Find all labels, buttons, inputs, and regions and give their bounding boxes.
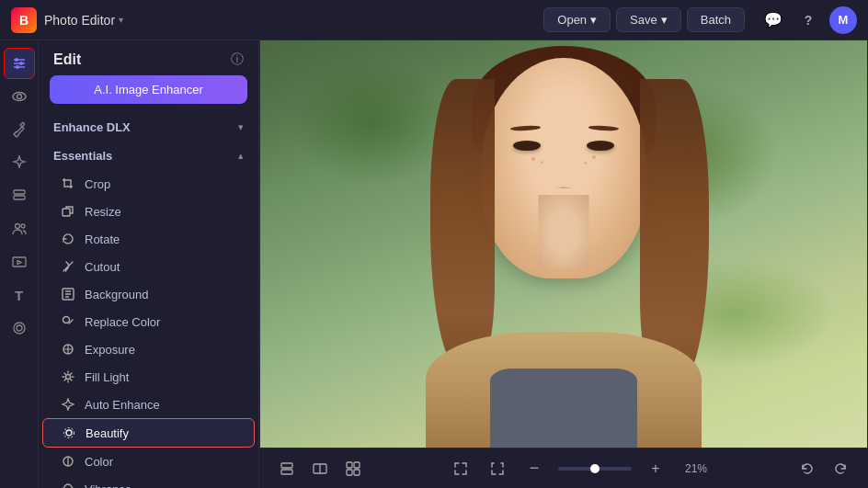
photo-background	[260, 40, 867, 448]
crop-icon	[61, 176, 75, 191]
menu-item-background[interactable]: Background	[42, 280, 255, 308]
text-icon: T	[15, 288, 23, 303]
bottom-right-tools	[794, 456, 853, 482]
menu-item-replace-color[interactable]: Replace Color	[42, 308, 255, 335]
enhance-dlx-label: Enhance DLX	[53, 120, 131, 134]
sidebar-item-magic[interactable]	[4, 147, 35, 178]
menu-item-color[interactable]: Color	[42, 448, 255, 475]
sidebar-item-layers[interactable]	[4, 180, 35, 211]
svg-point-21	[64, 428, 74, 438]
zoom-slider-thumb	[590, 464, 600, 473]
svg-point-7	[17, 95, 21, 99]
background-icon	[61, 287, 75, 301]
sidebar-item-media[interactable]	[4, 246, 35, 278]
svg-point-11	[21, 224, 25, 228]
svg-point-10	[15, 224, 19, 229]
brush-icon	[11, 121, 28, 138]
svg-point-14	[17, 325, 22, 331]
exposure-icon	[61, 342, 75, 357]
beautify-icon	[62, 426, 76, 440]
bottom-center-tools: − + 21%	[366, 456, 794, 482]
zoom-slider[interactable]	[558, 467, 632, 471]
grid-icon[interactable]	[340, 456, 366, 482]
comment-icon[interactable]: 💬	[760, 6, 787, 34]
effects-icon	[11, 320, 28, 336]
resize-icon	[61, 204, 75, 219]
sidebar-item-brush[interactable]	[4, 114, 35, 145]
sliders-icon	[11, 55, 28, 72]
svg-rect-15	[63, 209, 70, 216]
menu-item-cutout[interactable]: Cutout	[42, 253, 255, 280]
auto-enhance-icon	[61, 397, 75, 412]
panel-title: Edit	[53, 51, 81, 68]
sidebar-item-effects[interactable]	[4, 312, 35, 344]
menu-item-exposure[interactable]: Exposure	[42, 335, 255, 363]
side-panel: Edit ⓘ A.I. Image Enhancer Enhance DLX ▾…	[39, 40, 259, 488]
redo-button[interactable]	[828, 456, 853, 482]
compare-icon[interactable]	[307, 456, 333, 482]
ai-enhancer-button[interactable]: A.I. Image Enhancer	[50, 75, 247, 104]
magic-icon	[11, 154, 28, 171]
info-icon[interactable]: ⓘ	[231, 51, 244, 68]
main-area: T Edit ⓘ A.I. Image Enhancer Enhance DLX…	[0, 40, 868, 488]
essentials-arrow-icon: ▴	[238, 150, 244, 162]
sidebar-item-people[interactable]	[4, 213, 35, 244]
save-button[interactable]: Save ▾	[616, 7, 681, 32]
undo-button[interactable]	[794, 456, 820, 482]
menu-item-rotate[interactable]: Rotate	[42, 225, 255, 253]
zoom-in-button[interactable]: +	[643, 456, 668, 482]
actual-size-icon[interactable]	[485, 456, 510, 482]
sidebar-item-text[interactable]: T	[4, 279, 35, 311]
sidebar-item-view[interactable]	[4, 81, 35, 112]
media-icon	[11, 254, 28, 270]
vibrance-icon	[61, 482, 75, 488]
svg-point-17	[63, 317, 70, 323]
topbar: B Photo Editor ▾ Open ▾ Save ▾ Batch 💬 ?…	[0, 0, 868, 40]
menu-item-beautify[interactable]: Beautify	[42, 418, 255, 448]
svg-rect-24	[281, 470, 292, 474]
svg-rect-28	[354, 462, 360, 468]
essentials-label: Essentials	[53, 149, 112, 163]
svg-rect-23	[281, 463, 292, 468]
svg-rect-27	[347, 462, 352, 468]
essentials-section[interactable]: Essentials ▴	[39, 142, 258, 170]
panel-header: Edit ⓘ	[39, 40, 258, 75]
svg-rect-9	[14, 196, 25, 199]
layers-bottom-icon[interactable]	[274, 456, 300, 482]
open-arrow-icon: ▾	[590, 13, 597, 27]
menu-item-vibrance[interactable]: Vibrance	[42, 475, 255, 488]
color-icon	[61, 454, 75, 469]
open-button[interactable]: Open ▾	[543, 7, 611, 32]
fit-to-screen-icon[interactable]	[448, 456, 474, 482]
enhance-dlx-section[interactable]: Enhance DLX ▾	[39, 113, 258, 142]
menu-item-crop[interactable]: Crop	[42, 170, 255, 198]
svg-point-1	[15, 58, 18, 62]
avatar[interactable]: M	[829, 6, 857, 34]
photo-container	[260, 40, 867, 448]
menu-item-resize[interactable]: Resize	[42, 198, 255, 225]
zoom-percent: 21%	[680, 462, 713, 475]
save-arrow-icon: ▾	[661, 13, 668, 27]
canvas-viewport[interactable]	[259, 40, 868, 448]
svg-point-3	[19, 62, 23, 65]
icon-bar: T	[0, 40, 39, 488]
svg-point-13	[14, 323, 25, 334]
app-logo: B	[11, 7, 37, 33]
app-title: Photo Editor	[44, 13, 115, 28]
sidebar-item-edit[interactable]	[4, 48, 35, 79]
help-icon[interactable]: ?	[794, 6, 822, 34]
bottom-left-tools	[274, 456, 366, 482]
topbar-right: 💬 ? M	[760, 6, 857, 34]
title-chevron-icon[interactable]: ▾	[119, 15, 123, 25]
panel-scroll: Enhance DLX ▾ Essentials ▴ Crop Resize	[39, 113, 258, 488]
enhance-dlx-arrow-icon: ▾	[238, 121, 244, 133]
people-icon	[11, 221, 28, 237]
zoom-out-button[interactable]: −	[521, 456, 547, 482]
svg-point-19	[66, 375, 71, 380]
svg-point-20	[66, 430, 72, 436]
replace-color-icon	[61, 314, 75, 329]
canvas-area: − + 21%	[259, 40, 868, 488]
menu-item-fill-light[interactable]: Fill Light	[42, 363, 255, 391]
batch-button[interactable]: Batch	[687, 7, 745, 32]
menu-item-auto-enhance[interactable]: Auto Enhance	[42, 391, 255, 418]
